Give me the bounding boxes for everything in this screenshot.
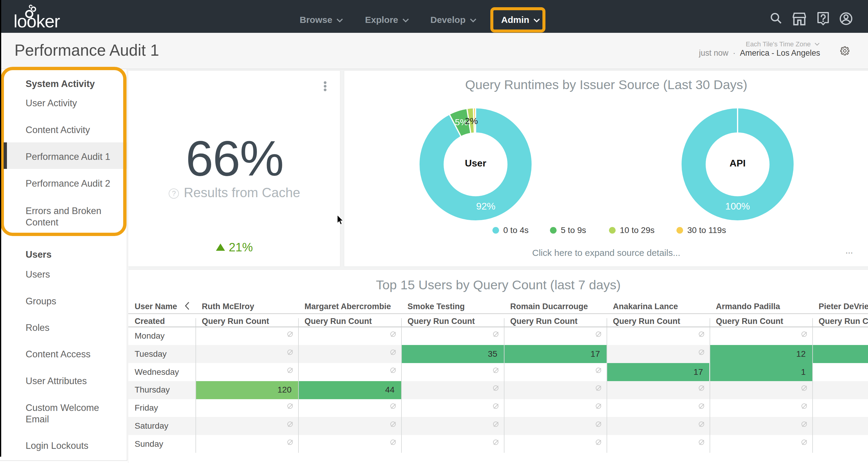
svg-text:looker: looker [13, 11, 60, 31]
